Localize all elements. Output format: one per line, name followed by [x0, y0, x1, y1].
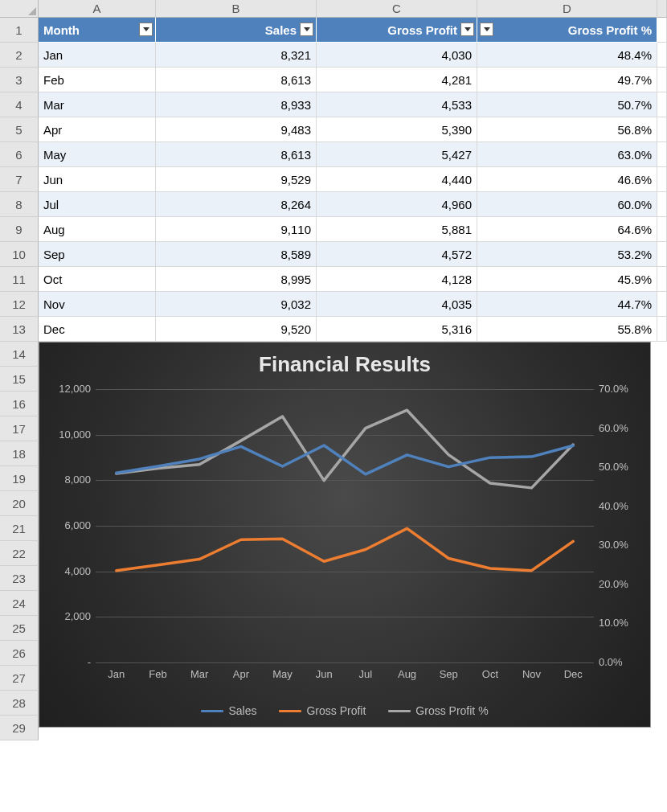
row-header-4[interactable]: 4 [0, 92, 39, 117]
cell-gross-profit[interactable]: 4,281 [317, 68, 477, 92]
cell-gross-profit-pct[interactable]: 56.8% [477, 117, 657, 142]
row-header-28[interactable]: 28 [0, 691, 39, 716]
row-header-2[interactable]: 2 [0, 43, 39, 68]
cell-gross-profit[interactable]: 5,316 [317, 317, 477, 342]
cell-month[interactable]: Jan [39, 43, 156, 68]
cell-sales[interactable]: 8,613 [156, 142, 317, 167]
filter-dropdown-icon[interactable] [480, 23, 493, 36]
row-header-18[interactable]: 18 [0, 441, 39, 466]
cell-sales[interactable]: 8,264 [156, 192, 317, 217]
cell-month[interactable]: Feb [39, 68, 156, 92]
cell-gross-profit[interactable]: 5,427 [317, 142, 477, 167]
cell-gross-profit[interactable]: 4,533 [317, 92, 477, 117]
cell-gross-profit-pct[interactable]: 53.2% [477, 242, 657, 267]
col-header-d[interactable]: D [477, 0, 657, 18]
col-header-b[interactable]: B [156, 0, 317, 18]
row-header-7[interactable]: 7 [0, 167, 39, 192]
row-header-24[interactable]: 24 [0, 591, 39, 616]
row-header-12[interactable]: 12 [0, 292, 39, 317]
cell-gross-profit[interactable]: 4,128 [317, 267, 477, 292]
cell-gross-profit[interactable]: 5,881 [317, 217, 477, 242]
row-header-21[interactable]: 21 [0, 516, 39, 541]
cell-month[interactable]: Jun [39, 167, 156, 192]
cell-month[interactable]: Aug [39, 217, 156, 242]
row-header-11[interactable]: 11 [0, 267, 39, 292]
col-header-a[interactable]: A [39, 0, 156, 18]
cell-month[interactable]: Oct [39, 267, 156, 292]
legend-item[interactable]: Sales [201, 704, 256, 717]
row-header-16[interactable]: 16 [0, 392, 39, 416]
cell-gross-profit-pct[interactable]: 48.4% [477, 43, 657, 68]
chart-container[interactable]: Financial Results12,00010,0008,0006,0004… [39, 342, 667, 740]
cell-gross-profit-pct[interactable]: 55.8% [477, 317, 657, 342]
cell-gross-profit-pct[interactable]: 64.6% [477, 217, 657, 242]
cell-sales[interactable]: 8,613 [156, 68, 317, 92]
row-header-29[interactable]: 29 [0, 716, 39, 740]
row-header-6[interactable]: 6 [0, 142, 39, 167]
row-header-3[interactable]: 3 [0, 68, 39, 92]
table-header-gross-profit-pct[interactable]: Gross Profit % [477, 18, 657, 43]
cell-sales[interactable]: 8,321 [156, 43, 317, 68]
row-header-17[interactable]: 17 [0, 416, 39, 441]
cell-sales[interactable]: 9,529 [156, 167, 317, 192]
table-header-gross-profit[interactable]: Gross Profit [317, 18, 477, 43]
series-gross-profit[interactable] [117, 528, 573, 570]
row-header-10[interactable]: 10 [0, 242, 39, 267]
cell-gross-profit-pct[interactable]: 50.7% [477, 92, 657, 117]
select-all-corner[interactable] [0, 0, 39, 18]
cell-gross-profit[interactable]: 4,030 [317, 43, 477, 68]
row-header-1[interactable]: 1 [0, 18, 39, 43]
row-header-9[interactable]: 9 [0, 217, 39, 242]
series-sales[interactable] [117, 445, 573, 474]
col-header-c[interactable]: C [317, 0, 477, 18]
legend-item[interactable]: Gross Profit [279, 704, 366, 717]
table-header-sales[interactable]: Sales [156, 18, 317, 43]
cell-gross-profit[interactable]: 4,960 [317, 192, 477, 217]
row-header-15[interactable]: 15 [0, 367, 39, 392]
row-header-14[interactable]: 14 [0, 342, 39, 367]
row-header-27[interactable]: 27 [0, 666, 39, 691]
cell-month[interactable]: Jul [39, 192, 156, 217]
row-header-13[interactable]: 13 [0, 317, 39, 342]
cell-sales[interactable]: 8,589 [156, 242, 317, 267]
cell-month[interactable]: May [39, 142, 156, 167]
cell-gross-profit-pct[interactable]: 49.7% [477, 68, 657, 92]
row-header-19[interactable]: 19 [0, 466, 39, 491]
row-header-23[interactable]: 23 [0, 566, 39, 591]
cell-overflow [657, 92, 667, 117]
row-header-20[interactable]: 20 [0, 491, 39, 516]
cell-gross-profit-pct[interactable]: 44.7% [477, 292, 657, 317]
cell-month[interactable]: Apr [39, 117, 156, 142]
cell-month[interactable]: Sep [39, 242, 156, 267]
cell-month[interactable]: Nov [39, 292, 156, 317]
filter-dropdown-icon[interactable] [300, 23, 313, 36]
cell-sales[interactable]: 9,520 [156, 317, 317, 342]
cell-gross-profit-pct[interactable]: 60.0% [477, 192, 657, 217]
row-header-22[interactable]: 22 [0, 541, 39, 566]
cell-sales[interactable]: 8,995 [156, 267, 317, 292]
x-tick: Jan [96, 668, 137, 680]
cell-sales[interactable]: 8,933 [156, 92, 317, 117]
cell-sales[interactable]: 9,483 [156, 117, 317, 142]
cell-month[interactable]: Mar [39, 92, 156, 117]
row-header-8[interactable]: 8 [0, 192, 39, 217]
chart[interactable]: Financial Results12,00010,0008,0006,0004… [39, 342, 651, 728]
filter-dropdown-icon[interactable] [460, 23, 474, 36]
series-gross-profit-pct[interactable] [117, 410, 573, 488]
filter-dropdown-icon[interactable] [139, 23, 153, 36]
row-header-26[interactable]: 26 [0, 641, 39, 666]
cell-gross-profit[interactable]: 5,390 [317, 117, 477, 142]
cell-gross-profit[interactable]: 4,440 [317, 167, 477, 192]
cell-month[interactable]: Dec [39, 317, 156, 342]
row-header-5[interactable]: 5 [0, 117, 39, 142]
cell-sales[interactable]: 9,032 [156, 292, 317, 317]
row-header-25[interactable]: 25 [0, 616, 39, 641]
cell-gross-profit-pct[interactable]: 63.0% [477, 142, 657, 167]
cell-gross-profit[interactable]: 4,035 [317, 292, 477, 317]
cell-sales[interactable]: 9,110 [156, 217, 317, 242]
table-header-month[interactable]: Month [39, 18, 156, 43]
cell-gross-profit-pct[interactable]: 45.9% [477, 267, 657, 292]
legend-item[interactable]: Gross Profit % [388, 704, 488, 717]
cell-gross-profit-pct[interactable]: 46.6% [477, 167, 657, 192]
cell-gross-profit[interactable]: 4,572 [317, 242, 477, 267]
